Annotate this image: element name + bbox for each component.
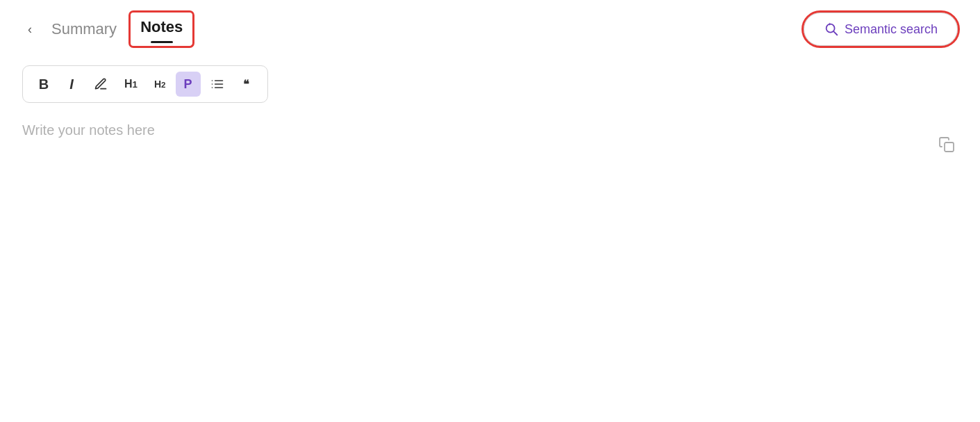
editor-area[interactable]: Write your notes here <box>22 122 958 138</box>
bold-button[interactable]: B <box>31 72 56 97</box>
quote-button[interactable]: ❝ <box>234 72 259 97</box>
header-left: ‹ Summary Notes <box>22 13 192 46</box>
svg-text:✦: ✦ <box>828 22 831 26</box>
notes-tab-highlight: Notes <box>131 13 192 46</box>
svg-line-1 <box>833 31 837 35</box>
editor-placeholder: Write your notes here <box>22 122 958 138</box>
tab-summary[interactable]: Summary <box>43 15 125 44</box>
back-button[interactable]: ‹ <box>22 19 38 40</box>
header: ‹ Summary Notes ✦ Semantic search <box>0 0 980 46</box>
editor-toolbar: B I H1 H2 P ❝ <box>22 65 268 103</box>
list-button[interactable] <box>204 72 231 97</box>
heading2-button[interactable]: H2 <box>147 72 173 97</box>
svg-rect-9 <box>945 143 954 152</box>
italic-button[interactable]: I <box>59 72 84 97</box>
semantic-search-highlight: ✦ Semantic search <box>804 13 958 46</box>
semantic-search-button[interactable]: ✦ Semantic search <box>804 13 958 46</box>
heading1-button[interactable]: H1 <box>117 72 144 97</box>
header-right: ✦ Semantic search <box>804 13 958 46</box>
tab-notes[interactable]: Notes <box>135 15 188 43</box>
semantic-search-icon: ✦ <box>824 22 839 37</box>
semantic-search-label: Semantic search <box>845 22 938 37</box>
highlight-button[interactable] <box>87 72 115 97</box>
paragraph-button[interactable]: P <box>176 72 201 97</box>
